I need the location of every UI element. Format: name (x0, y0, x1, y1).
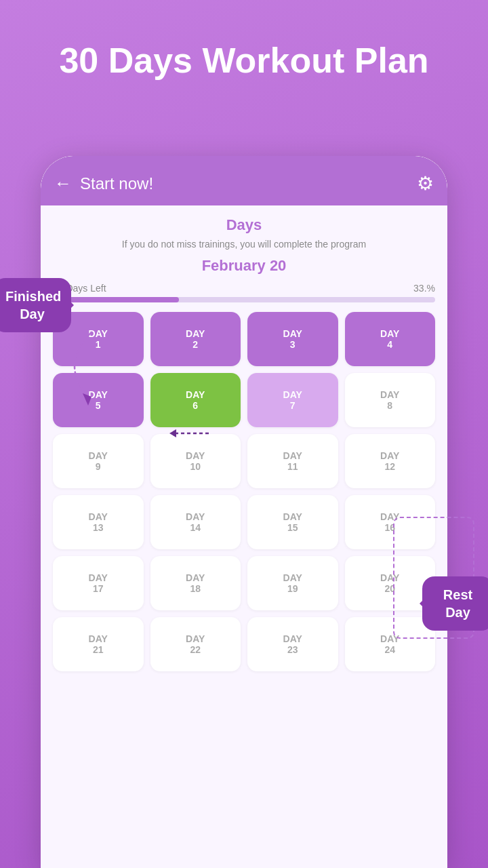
day-cell-21[interactable]: DAY21 (53, 617, 144, 671)
date-label: February 20 (53, 257, 435, 275)
day-cell-2[interactable]: DAY2 (150, 312, 241, 366)
day-cell-7[interactable]: DAY7 (247, 373, 338, 427)
page-title: 30 Days Workout Plan (0, 41, 488, 81)
top-bar: ← Start now! ⚙ (41, 156, 447, 205)
phone-mockup: ← Start now! ⚙ Days If you do not miss t… (41, 156, 447, 868)
day-cell-14[interactable]: DAY14 (150, 495, 241, 549)
progress-bar-bg (53, 297, 435, 302)
finished-day-arc (54, 326, 102, 407)
top-bar-title: Start now! (80, 174, 417, 193)
days-heading: Days (53, 216, 435, 234)
current-day-arrow (168, 424, 216, 443)
subtitle-text: If you do not miss trainings, you will c… (53, 238, 435, 252)
day-cell-8[interactable]: DAY8 (345, 373, 436, 427)
day-cell-17[interactable]: DAY17 (53, 556, 144, 610)
day-cell-19[interactable]: DAY19 (247, 556, 338, 610)
settings-icon[interactable]: ⚙ (417, 172, 434, 195)
svg-marker-2 (169, 429, 176, 437)
back-button[interactable]: ← (54, 173, 72, 194)
day-grid: DAY1 DAY2 DAY3 DAY4 DAY5 DAY6 (53, 312, 435, 671)
day-cell-12[interactable]: DAY12 (345, 434, 436, 488)
day-cell-15[interactable]: DAY15 (247, 495, 338, 549)
day-cell-4[interactable]: DAY4 (345, 312, 436, 366)
progress-row: 23 Days Left 33.% (53, 283, 435, 294)
svg-marker-0 (83, 393, 92, 406)
day-cell-18[interactable]: DAY18 (150, 556, 241, 610)
background: 30 Days Workout Plan ← Start now! ⚙ Days… (0, 0, 488, 868)
finished-day-tooltip: Finished Day (0, 278, 71, 332)
day-cell-9[interactable]: DAY9 (53, 434, 144, 488)
day-cell-6[interactable]: DAY6 (150, 373, 241, 427)
day-cell-3[interactable]: DAY3 (247, 312, 338, 366)
app-screen: ← Start now! ⚙ Days If you do not miss t… (41, 156, 447, 868)
progress-percent-label: 33.% (413, 283, 435, 294)
day-cell-22[interactable]: DAY22 (150, 617, 241, 671)
rest-day-tooltip: Rest Day (422, 576, 488, 631)
content-area: Days If you do not miss trainings, you w… (41, 205, 447, 868)
day-cell-11[interactable]: DAY11 (247, 434, 338, 488)
day-cell-13[interactable]: DAY13 (53, 495, 144, 549)
current-day-arrow-container (168, 424, 216, 443)
day-cell-23[interactable]: DAY23 (247, 617, 338, 671)
